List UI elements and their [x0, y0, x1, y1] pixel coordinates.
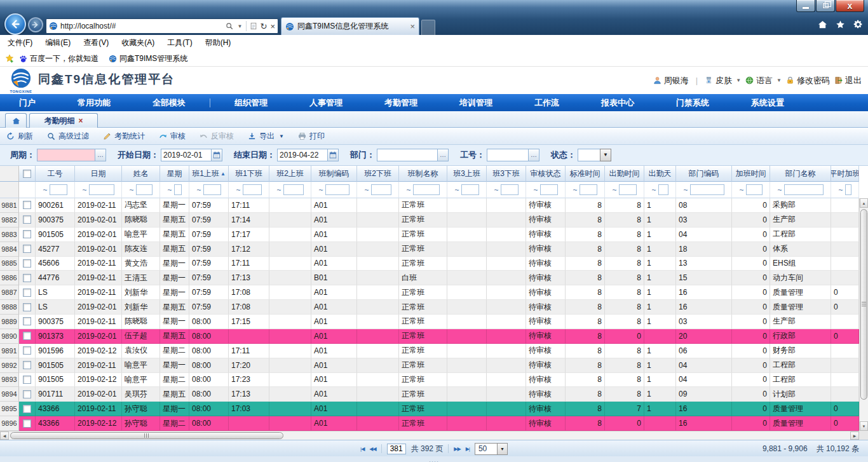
cell-s2_out[interactable]: [357, 373, 399, 388]
cell-s3_in[interactable]: [447, 271, 487, 285]
cell-weekday_ot[interactable]: [831, 198, 859, 213]
window-close-button[interactable]: x: [836, 0, 864, 12]
cell-att_days[interactable]: 1: [644, 242, 676, 257]
employee-no-lookup-button[interactable]: …: [528, 149, 539, 161]
table-row[interactable]: 98939015052019-02-12喻意平星期二08:0017:23A01正…: [0, 373, 859, 388]
cell-s2_out[interactable]: [357, 358, 399, 373]
horizontal-scrollbar[interactable]: ◀ ▶: [0, 431, 859, 440]
nav-item[interactable]: 考勤管理: [384, 97, 417, 109]
cell-weekday[interactable]: 星期五: [160, 242, 189, 257]
scroll-left-button[interactable]: ◀: [0, 431, 9, 440]
cell-weekday_ot[interactable]: 0: [831, 285, 859, 300]
cell-s1_out[interactable]: 17:13: [229, 271, 269, 285]
column-filter-input[interactable]: [746, 184, 763, 195]
cell-emp_no[interactable]: 901505: [36, 358, 75, 373]
cell-audit_status[interactable]: 待审核: [526, 228, 566, 242]
cell-weekday_ot[interactable]: [831, 373, 859, 388]
cell-dept_code[interactable]: 18: [676, 242, 732, 257]
column-header-name[interactable]: 姓名: [122, 166, 160, 182]
page-size-value[interactable]: 50: [475, 443, 498, 455]
scroll-down-button[interactable]: ▼: [860, 421, 868, 431]
cell-s2_in[interactable]: [269, 285, 311, 300]
cell-s2_in[interactable]: [269, 402, 311, 416]
cell-s2_in[interactable]: [269, 198, 311, 213]
table-row[interactable]: 98919015962019-02-12袁汝仪星期二08:0017:11A01正…: [0, 344, 859, 358]
cell-name[interactable]: 黄文浩: [122, 257, 160, 271]
cell-s3_out[interactable]: [487, 300, 526, 315]
cell-ot_time[interactable]: 0: [732, 213, 770, 228]
row-checkbox[interactable]: [23, 390, 31, 398]
table-row[interactable]: 9896433662019-02-12孙守聪星期二08:00A01正常班待审核8…: [0, 416, 859, 431]
cell-weekday[interactable]: 星期五: [160, 213, 189, 228]
cell-ot_time[interactable]: 0: [732, 416, 770, 431]
tab-close-icon[interactable]: ×: [78, 116, 83, 125]
cell-shift_code[interactable]: A01: [311, 242, 357, 257]
row-checkbox[interactable]: [23, 376, 31, 384]
cell-dept_name[interactable]: 行政部: [770, 329, 831, 344]
cell-shift_name[interactable]: 白班: [399, 271, 447, 285]
cell-name[interactable]: 冯志坚: [122, 198, 160, 213]
gear-icon[interactable]: [853, 20, 863, 29]
cell-weekday_ot[interactable]: 0: [831, 300, 859, 315]
cell-att_time[interactable]: 8: [605, 271, 644, 285]
cell-att_days[interactable]: 1: [644, 257, 676, 271]
cell-s3_in[interactable]: [447, 416, 487, 431]
favorites-bar-item[interactable]: 百度一下，你就知道: [19, 53, 98, 64]
cell-s2_in[interactable]: [269, 271, 311, 285]
cell-s2_in[interactable]: [269, 373, 311, 388]
cell-s1_in[interactable]: 07:59: [189, 271, 229, 285]
cell-s1_in[interactable]: 07:59: [189, 242, 229, 257]
cell-shift_code[interactable]: A01: [311, 228, 357, 242]
cell-ot_time[interactable]: 0: [732, 242, 770, 257]
cell-att_days[interactable]: [644, 416, 676, 431]
column-header-date[interactable]: 日期: [75, 166, 122, 182]
cell-emp_no[interactable]: 43366: [36, 402, 75, 416]
cell-s1_in[interactable]: 08:00: [189, 315, 229, 329]
column-header-shift_name[interactable]: 班制名称: [399, 166, 447, 182]
cell-audit_status[interactable]: 待审核: [526, 416, 566, 431]
cell-date[interactable]: 2019-02-01: [75, 329, 122, 344]
cell-weekday[interactable]: 星期一: [160, 198, 189, 213]
column-header-s1_out[interactable]: 班1下班: [229, 166, 269, 182]
vertical-scrollbar[interactable]: ▲ ▼: [859, 198, 868, 431]
cell-s3_in[interactable]: [447, 358, 487, 373]
cell-weekday[interactable]: 星期二: [160, 344, 189, 358]
cell-s2_out[interactable]: [357, 329, 399, 344]
table-row[interactable]: 98909013732019-02-01伍子超星期五08:00A01正常班待审核…: [0, 329, 859, 344]
cell-date[interactable]: 2019-02-01: [75, 300, 122, 315]
cell-date[interactable]: 2019-02-01: [75, 213, 122, 228]
table-row[interactable]: 98929015052019-02-11喻意平星期一08:0017:20A01正…: [0, 358, 859, 373]
cell-shift_code[interactable]: A01: [311, 358, 357, 373]
cell-weekday_ot[interactable]: 0: [831, 402, 859, 416]
nav-item[interactable]: 报表中心: [601, 97, 634, 109]
nav-item[interactable]: 工作流: [534, 97, 559, 109]
cell-att_time[interactable]: 8: [605, 387, 644, 402]
cell-std_time[interactable]: 8: [566, 329, 605, 344]
column-header-att_time[interactable]: 出勤时间: [605, 166, 644, 182]
cell-emp_no[interactable]: 901711: [36, 387, 75, 402]
cell-shift_name[interactable]: 正常班: [399, 285, 447, 300]
cell-shift_code[interactable]: A01: [311, 213, 357, 228]
cell-s3_in[interactable]: [447, 257, 487, 271]
column-filter-input[interactable]: [619, 184, 637, 195]
column-filter-input[interactable]: [203, 184, 221, 195]
cell-audit_status[interactable]: 待审核: [526, 358, 566, 373]
cell-std_time[interactable]: 8: [566, 344, 605, 358]
cell-name[interactable]: 喻意平: [122, 373, 160, 388]
cell-s1_in[interactable]: 07:59: [189, 198, 229, 213]
cell-name[interactable]: 孙守聪: [122, 416, 160, 431]
cell-std_time[interactable]: 8: [566, 373, 605, 388]
window-restore-button[interactable]: [816, 0, 835, 12]
cell-s3_out[interactable]: [487, 285, 526, 300]
language-menu[interactable]: 语言 ▼: [745, 75, 782, 86]
menu-item[interactable]: 收藏夹(A): [121, 37, 154, 48]
cell-date[interactable]: 2019-02-12: [75, 344, 122, 358]
cell-name[interactable]: 王清玉: [122, 271, 160, 285]
cell-s1_out[interactable]: [229, 416, 269, 431]
department-lookup-button[interactable]: …: [437, 149, 449, 161]
cell-ot_time[interactable]: 0: [732, 315, 770, 329]
cell-dept_name[interactable]: 质量管理: [770, 285, 831, 300]
dropdown-caret-icon[interactable]: ▼: [279, 133, 284, 139]
cell-date[interactable]: 2019-02-11: [75, 358, 122, 373]
cell-name[interactable]: 陈晓聪: [122, 213, 160, 228]
